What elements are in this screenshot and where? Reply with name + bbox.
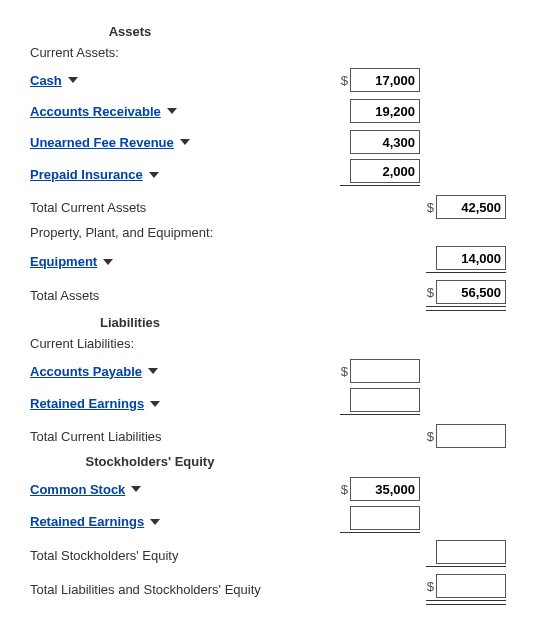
label-total-current-assets: Total Current Assets xyxy=(30,200,340,215)
subtotal-rule xyxy=(426,272,506,277)
dropdown-accounts-receivable[interactable]: Accounts Receivable xyxy=(30,104,177,119)
currency-symbol: $ xyxy=(341,73,348,88)
dropdown-label: Cash xyxy=(30,73,62,88)
section-equity: Stockholders' Equity xyxy=(30,454,270,469)
dropdown-common-stock[interactable]: Common Stock xyxy=(30,482,141,497)
label-total-assets: Total Assets xyxy=(30,288,340,303)
dropdown-prepaid-insurance[interactable]: Prepaid Insurance xyxy=(30,167,159,182)
total-rule xyxy=(426,306,506,311)
subtotal-rule xyxy=(426,566,506,571)
currency-symbol: $ xyxy=(341,364,348,379)
currency-symbol: $ xyxy=(427,579,434,594)
dropdown-accounts-payable[interactable]: Accounts Payable xyxy=(30,364,158,379)
input-total-equity[interactable] xyxy=(436,540,506,564)
dropdown-retained-earnings-1[interactable]: Retained Earnings xyxy=(30,396,160,411)
currency-symbol: $ xyxy=(341,482,348,497)
label-total-equity: Total Stockholders' Equity xyxy=(30,548,340,563)
input-retained-earnings-1[interactable] xyxy=(350,388,420,412)
chevron-down-icon xyxy=(103,259,113,265)
dropdown-label: Accounts Payable xyxy=(30,364,142,379)
input-cash[interactable] xyxy=(350,68,420,92)
input-accounts-payable[interactable] xyxy=(350,359,420,383)
input-equipment[interactable] xyxy=(436,246,506,270)
currency-symbol: $ xyxy=(427,429,434,444)
currency-symbol: $ xyxy=(427,285,434,300)
label-current-assets: Current Assets: xyxy=(30,45,509,60)
input-common-stock[interactable] xyxy=(350,477,420,501)
section-assets: Assets xyxy=(30,24,230,39)
dropdown-cash[interactable]: Cash xyxy=(30,73,78,88)
chevron-down-icon xyxy=(150,401,160,407)
subtotal-rule xyxy=(340,414,420,419)
input-total-current-assets[interactable] xyxy=(436,195,506,219)
dropdown-label: Equipment xyxy=(30,254,97,269)
chevron-down-icon xyxy=(180,139,190,145)
chevron-down-icon xyxy=(149,172,159,178)
dropdown-label: Retained Earnings xyxy=(30,396,144,411)
label-current-liabilities: Current Liabilities: xyxy=(30,336,509,351)
input-total-assets[interactable] xyxy=(436,280,506,304)
subtotal-rule xyxy=(340,185,420,190)
label-total-liab-equity: Total Liabilities and Stockholders' Equi… xyxy=(30,582,340,597)
currency-symbol: $ xyxy=(427,200,434,215)
input-total-liab-equity[interactable] xyxy=(436,574,506,598)
dropdown-label: Accounts Receivable xyxy=(30,104,161,119)
label-ppe: Property, Plant, and Equipment: xyxy=(30,225,509,240)
input-retained-earnings-2[interactable] xyxy=(350,506,420,530)
chevron-down-icon xyxy=(68,77,78,83)
dropdown-label: Retained Earnings xyxy=(30,514,144,529)
chevron-down-icon xyxy=(131,486,141,492)
input-prepaid-insurance[interactable] xyxy=(350,159,420,183)
chevron-down-icon xyxy=(167,108,177,114)
dropdown-label: Common Stock xyxy=(30,482,125,497)
dropdown-label: Unearned Fee Revenue xyxy=(30,135,174,150)
input-accounts-receivable[interactable] xyxy=(350,99,420,123)
label-total-current-liabilities: Total Current Liabilities xyxy=(30,429,340,444)
chevron-down-icon xyxy=(148,368,158,374)
input-unearned-fee-revenue[interactable] xyxy=(350,130,420,154)
dropdown-retained-earnings-2[interactable]: Retained Earnings xyxy=(30,514,160,529)
input-total-current-liabilities[interactable] xyxy=(436,424,506,448)
dropdown-equipment[interactable]: Equipment xyxy=(30,254,113,269)
subtotal-rule xyxy=(340,532,420,537)
chevron-down-icon xyxy=(150,519,160,525)
dropdown-unearned-fee-revenue[interactable]: Unearned Fee Revenue xyxy=(30,135,190,150)
section-liabilities: Liabilities xyxy=(30,315,230,330)
total-rule xyxy=(426,600,506,605)
dropdown-label: Prepaid Insurance xyxy=(30,167,143,182)
